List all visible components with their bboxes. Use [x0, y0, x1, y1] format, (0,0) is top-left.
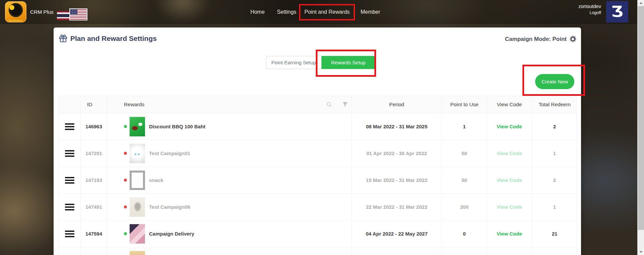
logoff-link[interactable]: Logoff	[578, 10, 601, 15]
reward-thumbnail	[130, 144, 145, 163]
table-row[interactable]: 147193 snack 15 Mar 2022 - 31 Mar 2022 5…	[59, 167, 576, 193]
reward-title: Discount BBQ 100 Baht	[149, 124, 205, 129]
reward-period: 04 Apr 2022 - 22 May 2027	[366, 231, 428, 237]
zort-logo: Ʒ	[606, 1, 628, 22]
status-dot	[124, 125, 127, 128]
header-id: ID	[81, 96, 107, 113]
page-header: Plan and Reward Settings	[59, 34, 157, 43]
status-dot	[124, 205, 127, 208]
table-row[interactable]: 147291 Test Campaign01 01 Apr 2022 - 30 …	[59, 140, 576, 167]
up-arrow-icon	[639, 2, 643, 4]
view-code-link[interactable]: View Code	[497, 231, 522, 237]
drag-handle-icon[interactable]	[65, 231, 74, 237]
annotation-box-point-and-rewards: Point and Rewards	[299, 4, 355, 20]
reward-total: 2	[553, 177, 556, 183]
top-navbar: BUZZEBEES CRM Plus Home Settings Point a…	[0, 0, 644, 24]
zort-logo-glyph: Ʒ	[611, 4, 623, 19]
us-flag-icon[interactable]	[69, 8, 87, 20]
reward-total: 1	[553, 150, 556, 156]
reward-title: Test Campaign01	[149, 150, 190, 156]
reward-thumbnail	[130, 251, 145, 255]
scroll-up-button[interactable]	[638, 0, 644, 6]
reward-points: 1	[463, 124, 466, 129]
drag-handle-icon[interactable]	[65, 123, 74, 130]
reward-id: 147594	[85, 231, 102, 237]
tab-rewards-setup[interactable]: Rewards Setup	[321, 56, 375, 69]
thai-flag-icon[interactable]	[57, 11, 71, 20]
header-rewards-label: Rewards	[124, 102, 144, 108]
tab-point-earning-setup[interactable]: Point Earning Setup	[266, 56, 321, 69]
nav-item-settings[interactable]: Settings	[276, 9, 297, 15]
scroll-down-button[interactable]	[638, 249, 644, 255]
vertical-scrollbar[interactable]	[637, 0, 644, 255]
status-dot	[124, 152, 127, 155]
header-rewards: Rewards	[107, 96, 352, 113]
reward-title: snack	[149, 177, 163, 183]
page-title: Plan and Reward Settings	[70, 35, 157, 43]
campaign-mode-label: Campaign Mode: Point	[505, 36, 567, 43]
table-row[interactable]: 147491 Test Campaign06 22 Mar 2022 - 31 …	[59, 193, 576, 220]
header-move	[59, 96, 81, 113]
content-card: Plan and Reward Settings Campaign Mode: …	[54, 27, 581, 255]
down-arrow-icon	[639, 251, 643, 253]
header-period: Period	[352, 96, 442, 113]
table-row[interactable]	[59, 247, 576, 255]
rewards-table: ID Rewards Period Point to Use View Code…	[59, 96, 577, 255]
reward-points: 200	[460, 204, 469, 210]
campaign-mode: Campaign Mode: Point	[505, 35, 577, 43]
setup-tabs: Point Earning Setup Rewards Setup	[266, 56, 375, 69]
reward-thumbnail	[130, 224, 145, 244]
reward-id: 147291	[85, 150, 102, 156]
reward-id: 146963	[85, 124, 102, 129]
reward-title: Campaign Delivery	[149, 231, 194, 237]
reward-period: 22 Mar 2022 - 31 Mar 2022	[366, 204, 427, 210]
status-dot	[124, 232, 127, 235]
reward-points: 50	[461, 150, 467, 156]
gift-icon	[59, 34, 68, 43]
buzzebees-logo-text: BUZZEBEES	[5, 20, 26, 22]
reward-period: 15 Mar 2022 - 31 Mar 2022	[366, 177, 427, 183]
table-body: 146963 Discount BBQ 100 Baht 08 Mar 2022…	[59, 113, 576, 255]
nav-item-point-and-rewards[interactable]: Point and Rewards	[304, 9, 350, 15]
reward-id: 147193	[85, 177, 102, 183]
scrollbar-thumb[interactable]	[638, 6, 644, 230]
table-row[interactable]: 147594 Campaign Delivery 04 Apr 2022 - 2…	[59, 220, 576, 247]
app-title: CRM Plus	[30, 0, 54, 24]
reward-total: 1	[553, 204, 556, 210]
view-code-link[interactable]: View Code	[497, 150, 522, 156]
reward-points: 50	[461, 177, 467, 183]
table-row[interactable]: 146963 Discount BBQ 100 Baht 08 Mar 2022…	[59, 113, 576, 140]
filter-icon[interactable]	[342, 102, 348, 107]
header-point-to-use: Point to Use	[442, 96, 487, 113]
gear-icon[interactable]	[569, 35, 577, 43]
drag-handle-icon[interactable]	[65, 204, 74, 210]
table-header-row: ID Rewards Period Point to Use View Code…	[59, 96, 576, 113]
view-code-link[interactable]: View Code	[497, 124, 522, 129]
header-view-code: View Code	[487, 96, 532, 113]
create-new-button[interactable]: Create New	[535, 74, 574, 89]
reward-thumbnail	[130, 117, 145, 136]
username: zortoutdev	[578, 4, 601, 9]
reward-id: 147491	[85, 204, 102, 210]
main-nav: Home Settings Point and Rewards Member	[249, 0, 381, 24]
buzzebees-logo: BUZZEBEES	[5, 1, 26, 22]
reward-period: 08 Mar 2022 - 31 Mar 2025	[366, 124, 427, 129]
view-code-link[interactable]: View Code	[497, 204, 522, 210]
reward-thumbnail	[130, 171, 145, 190]
drag-handle-icon[interactable]	[65, 150, 74, 157]
status-dot	[124, 179, 127, 182]
reward-points: 0	[463, 231, 466, 237]
reward-total: 2	[553, 124, 556, 129]
reward-period: 01 Apr 2022 - 30 Apr 2022	[366, 150, 427, 156]
reward-thumbnail	[130, 197, 145, 217]
drag-handle-icon[interactable]	[65, 177, 74, 184]
header-total-redeem: Total Redeem	[532, 96, 577, 113]
nav-item-home[interactable]: Home	[249, 9, 266, 15]
nav-item-member[interactable]: Member	[360, 9, 381, 15]
search-icon[interactable]	[326, 102, 332, 108]
user-block: zortoutdev Logoff	[578, 4, 601, 15]
view-code-link[interactable]: View Code	[497, 177, 522, 183]
reward-title: Test Campaign06	[149, 204, 190, 210]
reward-total: 21	[552, 231, 558, 237]
